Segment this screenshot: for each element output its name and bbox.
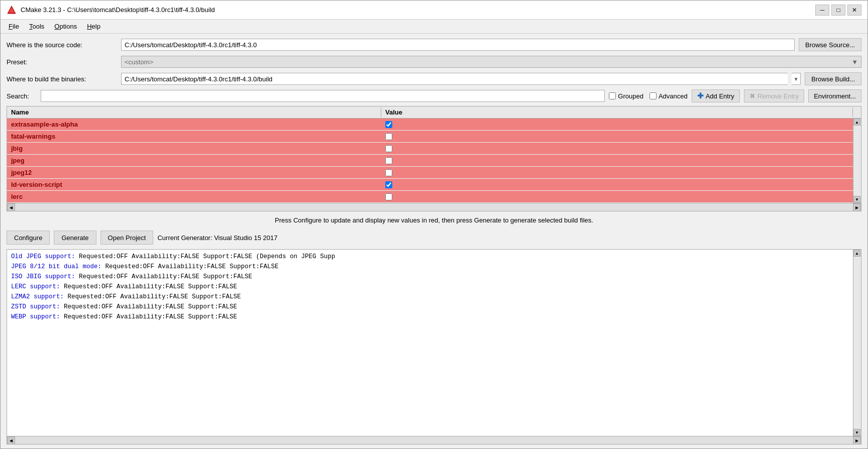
table-row[interactable]: fatal-warnings: [7, 131, 853, 143]
title-bar: CMake 3.21.3 - C:\Users\tomcat\Desktop\t…: [1, 1, 867, 20]
output-h-track: [15, 436, 853, 444]
add-entry-label: Add Entry: [706, 92, 734, 100]
row-name-6: lerc: [7, 192, 381, 201]
table-row[interactable]: lerc: [7, 191, 853, 203]
advanced-checkbox[interactable]: [649, 92, 657, 99]
row-checkbox-5[interactable]: [385, 181, 392, 188]
row-checkbox-6[interactable]: [385, 193, 392, 200]
preset-dropdown[interactable]: <custom> ▼: [121, 56, 861, 68]
output-scroll-up[interactable]: ▲: [853, 250, 860, 257]
table-header-name: Name: [7, 107, 381, 117]
preset-label: Preset:: [7, 58, 117, 66]
output-line-0: Old JPEG support: Requested:OFF Availabi…: [11, 252, 849, 262]
output-scroll-left[interactable]: ◀: [7, 436, 15, 444]
remove-icon: ✖: [749, 92, 755, 100]
output-line-6: WEBP support: Requested:OFF Availability…: [11, 312, 849, 322]
configure-button[interactable]: Configure: [7, 231, 50, 245]
output-body: Old JPEG support: Requested:OFF Availabi…: [7, 250, 861, 436]
output-line-5: ZSTD support: Requested:OFF Availability…: [11, 302, 849, 312]
scroll-right-btn[interactable]: ▶: [853, 203, 861, 211]
output-scroll-area[interactable]: Old JPEG support: Requested:OFF Availabi…: [7, 250, 853, 436]
h-scroll-track: [15, 203, 853, 211]
scroll-left-btn[interactable]: ◀: [7, 203, 15, 211]
hint-text: Press Configure to update and display ne…: [7, 214, 861, 226]
scroll-up-btn[interactable]: ▲: [853, 119, 860, 126]
row-checkbox-2[interactable]: [385, 145, 392, 152]
table-body-with-scrollbar: extrasample-as-alpha fatal-warnings jbig…: [7, 119, 861, 203]
menu-help[interactable]: Help: [83, 22, 104, 31]
row-name-5: ld-version-script: [7, 180, 381, 189]
row-checkbox-4[interactable]: [385, 169, 392, 176]
remove-entry-label: Remove Entry: [757, 92, 799, 100]
table-row[interactable]: jbig: [7, 143, 853, 155]
close-button[interactable]: ✕: [847, 5, 861, 16]
output-v-scrollbar[interactable]: ▲ ▼: [853, 250, 861, 436]
table-row[interactable]: extrasample-as-alpha: [7, 119, 853, 131]
source-row: Where is the source code: Browse Source.…: [7, 38, 861, 52]
row-checkbox-3[interactable]: [385, 157, 392, 164]
output-line-3: LERC support: Requested:OFF Availability…: [11, 282, 849, 292]
config-table-container: Name Value extrasample-as-alpha fatal-wa…: [7, 106, 861, 211]
row-name-4: jpeg12: [7, 168, 381, 177]
output-line-1: JPEG 8/12 bit dual mode: Requested:OFF A…: [11, 262, 849, 272]
grouped-label: Grouped: [618, 92, 643, 100]
table-scroll-area[interactable]: extrasample-as-alpha fatal-warnings jbig…: [7, 119, 853, 203]
table-header: Name Value: [7, 106, 861, 119]
output-scroll-right[interactable]: ▶: [853, 436, 861, 444]
row-value-0: [381, 120, 853, 129]
add-entry-button[interactable]: ✚ Add Entry: [692, 89, 740, 102]
preset-value: <custom>: [125, 58, 153, 66]
add-icon: ✚: [697, 91, 704, 100]
grouped-checkbox[interactable]: [609, 92, 616, 99]
generate-button[interactable]: Generate: [54, 231, 96, 245]
browse-source-button[interactable]: Browse Source...: [799, 38, 861, 51]
row-checkbox-1[interactable]: [385, 133, 392, 140]
content-area: Where is the source code: Browse Source.…: [1, 34, 867, 448]
row-name-1: fatal-warnings: [7, 132, 381, 141]
search-row: Search: Grouped Advanced ✚ Add Entry ✖ R…: [7, 89, 861, 103]
title-bar-left: CMake 3.21.3 - C:\Users\tomcat\Desktop\t…: [7, 5, 215, 15]
scroll-track: [853, 126, 861, 196]
advanced-checkbox-label[interactable]: Advanced: [649, 92, 688, 100]
table-h-scrollbar[interactable]: ◀ ▶: [7, 203, 861, 211]
row-value-2: [381, 144, 853, 153]
table-row[interactable]: jpeg12: [7, 167, 853, 179]
cmake-icon: [7, 5, 17, 15]
open-project-button[interactable]: Open Project: [100, 231, 154, 245]
browse-build-button[interactable]: Browse Build...: [805, 72, 861, 85]
maximize-button[interactable]: □: [831, 5, 845, 16]
row-value-6: [381, 192, 853, 201]
build-input[interactable]: [121, 73, 788, 85]
output-h-scrollbar[interactable]: ◀ ▶: [7, 436, 861, 444]
remove-entry-button[interactable]: ✖ Remove Entry: [744, 89, 804, 102]
environment-button[interactable]: Environment...: [808, 89, 861, 102]
output-container: Old JPEG support: Requested:OFF Availabi…: [7, 249, 861, 444]
table-v-scrollbar[interactable]: ▲ ▼: [853, 119, 861, 203]
bottom-toolbar: Configure Generate Open Project Current …: [7, 229, 861, 246]
build-label: Where to build the binaries:: [7, 75, 117, 83]
advanced-label: Advanced: [659, 92, 688, 100]
menu-bar: File Tools Options Help: [1, 20, 867, 34]
preset-arrow: ▼: [851, 58, 858, 66]
source-input[interactable]: [121, 39, 795, 51]
build-row: Where to build the binaries: ▼ Browse Bu…: [7, 72, 861, 86]
menu-options[interactable]: Options: [50, 22, 81, 31]
row-name-2: jbig: [7, 144, 381, 153]
minimize-button[interactable]: ─: [815, 5, 829, 16]
source-label: Where is the source code:: [7, 41, 117, 49]
grouped-checkbox-label[interactable]: Grouped: [609, 92, 643, 100]
output-scroll-down[interactable]: ▼: [853, 429, 860, 436]
menu-file[interactable]: File: [5, 22, 23, 31]
table-row[interactable]: ld-version-script: [7, 179, 853, 191]
output-line-2: ISO JBIG support: Requested:OFF Availabi…: [11, 272, 849, 282]
row-value-4: [381, 168, 853, 177]
menu-tools[interactable]: Tools: [25, 22, 48, 31]
generator-label: Current Generator: Visual Studio 15 2017: [157, 234, 277, 242]
search-input[interactable]: [41, 90, 605, 102]
checkbox-group: Grouped Advanced: [609, 92, 687, 100]
row-name-3: jpeg: [7, 156, 381, 165]
scroll-down-btn[interactable]: ▼: [853, 196, 860, 203]
row-name-0: extrasample-as-alpha: [7, 120, 381, 129]
table-row[interactable]: jpeg: [7, 155, 853, 167]
row-checkbox-0[interactable]: [385, 121, 392, 128]
